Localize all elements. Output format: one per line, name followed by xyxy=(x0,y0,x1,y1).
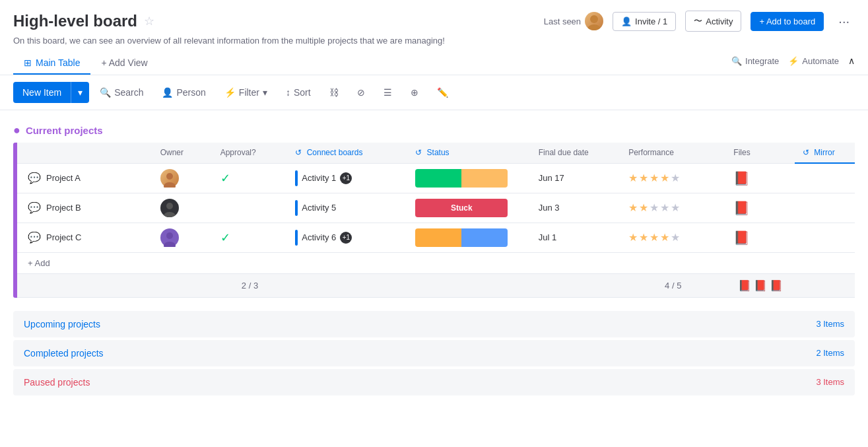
add-to-board-button[interactable]: + Add to board xyxy=(751,12,824,31)
col-due-date: Final due date xyxy=(531,143,620,163)
comment-icon[interactable]: 💬 xyxy=(28,231,41,244)
integrate-icon: 🔍 xyxy=(731,56,742,66)
hide-icon-button[interactable]: ⊘ xyxy=(349,83,373,102)
search-button[interactable]: 🔍 Search xyxy=(92,83,151,102)
upcoming-projects-section[interactable]: Upcoming projects 3 Items xyxy=(13,311,855,337)
file-pdf[interactable]: 📕 xyxy=(733,230,750,245)
due-date: Jun 17 xyxy=(539,173,564,183)
svg-point-1 xyxy=(587,24,601,30)
edit-icon: ✏️ xyxy=(437,87,448,98)
row-height-button[interactable]: ☰ xyxy=(376,83,400,102)
section-toggle[interactable]: ● xyxy=(13,123,20,137)
tab-add-view[interactable]: + Add View xyxy=(90,52,158,75)
performance-stars: ★ ★ ★ ★ ★ xyxy=(628,231,718,244)
upcoming-title: Upcoming projects xyxy=(24,319,100,329)
completed-projects-section[interactable]: Completed projects 2 Items xyxy=(13,340,855,366)
activity-bar xyxy=(295,170,298,186)
person-filter-button[interactable]: 👤 Person xyxy=(154,83,213,102)
link-icon-button[interactable]: ⛓ xyxy=(321,83,347,102)
activity-icon: 〜 xyxy=(694,15,702,27)
paused-projects-section[interactable]: Paused projects 3 Items xyxy=(13,369,855,395)
main-content: ● Current projects Owner Approval? xyxy=(0,110,868,411)
expand-icon-button[interactable]: ⊕ xyxy=(403,83,426,102)
col-name xyxy=(17,143,152,163)
board-title: High-level board xyxy=(13,12,137,30)
status-bar xyxy=(415,228,508,247)
page-header: High-level board ☆ Last seen 👤 Invite / … xyxy=(0,0,868,75)
svg-point-2 xyxy=(166,173,173,180)
col-connect-boards: ↺ Connect boards xyxy=(287,143,407,163)
summary-pdf-3[interactable]: 📕 xyxy=(770,279,783,292)
comment-icon[interactable]: 💬 xyxy=(28,201,41,214)
invite-button[interactable]: 👤 Invite / 1 xyxy=(613,12,676,31)
activity-cell: Activity 6 +1 xyxy=(295,230,399,246)
new-item-button[interactable]: New Item ▾ xyxy=(13,82,89,103)
completed-count: 2 Items xyxy=(816,348,844,358)
table-row: 💬 Project C ✓ xyxy=(17,223,855,252)
status-yellow xyxy=(461,169,508,188)
col-status: ↺ Status xyxy=(407,143,530,163)
svg-point-6 xyxy=(166,232,173,239)
file-pdf[interactable]: 📕 xyxy=(733,171,750,186)
header-tab-right: 🔍 Integrate ⚡ Automate ∧ xyxy=(731,55,855,71)
star-5: ★ xyxy=(671,231,680,244)
star-4: ★ xyxy=(660,231,669,244)
paused-count: 3 Items xyxy=(816,377,844,387)
comment-icon[interactable]: 💬 xyxy=(28,172,41,184)
file-pdf[interactable]: 📕 xyxy=(733,201,750,215)
more-options-button[interactable]: ··· xyxy=(833,11,855,32)
edit-icon-button[interactable]: ✏️ xyxy=(429,83,456,102)
star-4: ★ xyxy=(660,172,669,184)
star-1: ★ xyxy=(628,172,638,184)
toolbar: New Item ▾ 🔍 Search 👤 Person ⚡ Filter ▾ … xyxy=(0,75,868,110)
filter-chevron: ▾ xyxy=(263,87,267,98)
person-icon: 👤 xyxy=(621,17,632,26)
summary-pdf-1[interactable]: 📕 xyxy=(738,279,751,292)
connect-sync-icon: ↺ xyxy=(295,148,302,157)
col-performance: Performance xyxy=(620,143,725,163)
star-1: ★ xyxy=(628,231,638,244)
approval-check: ✓ xyxy=(220,172,230,185)
svg-point-0 xyxy=(590,15,598,23)
svg-point-4 xyxy=(166,203,173,209)
current-projects-section: ● Current projects Owner Approval? xyxy=(13,123,855,298)
hide-icon: ⊘ xyxy=(357,87,365,98)
svg-point-7 xyxy=(164,242,176,247)
star-2: ★ xyxy=(639,201,648,214)
star-5: ★ xyxy=(671,172,680,184)
view-tabs: ⊞ Main Table + Add View xyxy=(13,52,158,75)
link-icon: ⛓ xyxy=(329,87,339,98)
owner-avatar xyxy=(160,169,179,188)
board-subtitle: On this board, we can see an overview of… xyxy=(13,36,855,46)
favorite-icon[interactable]: ☆ xyxy=(144,14,154,28)
status-green xyxy=(415,169,461,188)
activity-bar xyxy=(295,200,298,216)
activity-cell: Activity 1 +1 xyxy=(295,170,399,186)
automate-button[interactable]: ⚡ Automate xyxy=(788,56,839,66)
table-icon: ⊞ xyxy=(24,57,32,68)
performance-stars: ★ ★ ★ ★ ★ xyxy=(628,201,718,214)
expand-icon: ⊕ xyxy=(411,87,418,98)
activity-button[interactable]: 〜 Activity xyxy=(685,11,741,32)
table-row: 💬 Project A ✓ xyxy=(17,163,855,193)
status-sync-icon: ↺ xyxy=(415,148,422,157)
sort-button[interactable]: ↕ Sort xyxy=(278,83,319,102)
paused-title: Paused projects xyxy=(24,377,90,388)
tab-main-table[interactable]: ⊞ Main Table xyxy=(13,52,90,75)
add-row[interactable]: + Add xyxy=(17,252,855,273)
upcoming-count: 3 Items xyxy=(816,319,844,329)
table-row: 💬 Project B xyxy=(17,193,855,223)
completed-title: Completed projects xyxy=(24,348,104,359)
collapse-icon[interactable]: ∧ xyxy=(848,55,855,66)
integrate-button[interactable]: 🔍 Integrate xyxy=(731,56,779,66)
activity-cell: Activity 5 xyxy=(295,200,399,216)
star-4: ★ xyxy=(660,201,669,214)
activity-bar xyxy=(295,230,298,246)
new-item-dropdown-arrow[interactable]: ▾ xyxy=(71,82,89,103)
summary-row: 2 / 3 4 / 5 📕 📕 xyxy=(17,273,855,297)
summary-pdf-2[interactable]: 📕 xyxy=(754,279,767,292)
filter-button[interactable]: ⚡ Filter ▾ xyxy=(217,83,275,102)
projects-table: Owner Approval? ↺ Connect boards ↺ xyxy=(17,143,855,298)
due-date: Jun 3 xyxy=(539,203,560,213)
person-icon: 👤 xyxy=(162,87,173,98)
